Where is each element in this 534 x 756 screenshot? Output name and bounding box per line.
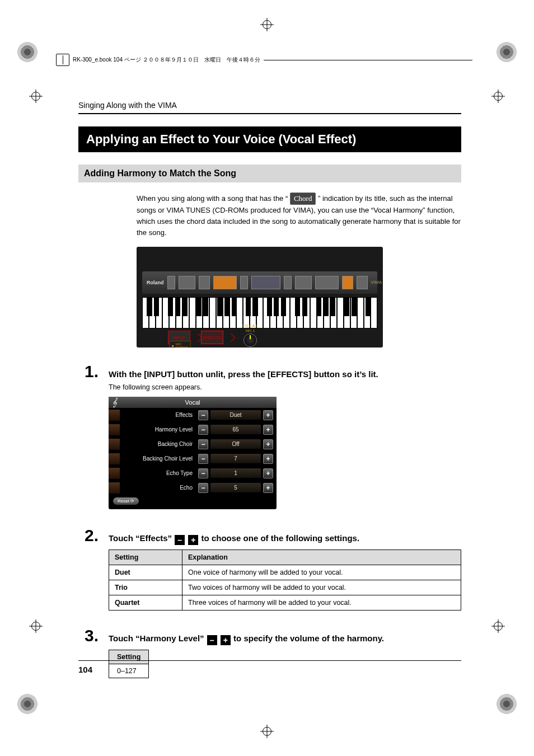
brand-logo: Roland — [147, 280, 164, 285]
step3-text-b: to specify the volume of the harmony. — [233, 633, 384, 643]
screen-setting-row: Backing Choir Level−7+ — [109, 452, 277, 466]
setting-description: One voice of harmony will be added to yo… — [182, 565, 461, 580]
table-row: DuetOne voice of harmony will be added t… — [109, 565, 461, 580]
increment-button[interactable]: + — [263, 425, 273, 435]
setting-name: Quartet — [109, 595, 182, 610]
registration-mark-icon — [29, 90, 43, 103]
screen-row-thumb-icon — [109, 482, 120, 494]
step-number: 1. — [78, 362, 99, 381]
setting-name: Trio — [109, 580, 182, 595]
setting-name: Duet — [109, 565, 182, 580]
registration-mark-icon — [491, 619, 505, 633]
col-explanation-header: Explanation — [182, 550, 461, 565]
step-subtext: The following screen appears. — [109, 383, 461, 391]
screen-row-thumb-icon — [109, 410, 120, 421]
screen-row-value: 7 — [210, 454, 261, 463]
vocal-label: VOCAL — [242, 324, 259, 328]
increment-button[interactable]: + — [263, 454, 273, 464]
plus-icon: + — [221, 635, 231, 645]
section-heading: Adding Harmony to Match the Song — [78, 165, 461, 182]
decrement-button[interactable]: − — [198, 454, 208, 464]
table-row: Setting — [109, 650, 149, 664]
panel-block-icon — [179, 276, 195, 289]
divider — [78, 113, 461, 114]
minus-icon: – — [207, 635, 217, 645]
decrement-button[interactable]: − — [198, 439, 208, 449]
decrement-button[interactable]: − — [198, 468, 208, 478]
screen-row-label: Backing Choir — [122, 441, 196, 447]
registration-mark-icon — [260, 725, 274, 738]
screen-row-thumb-icon — [109, 468, 120, 479]
increment-button[interactable]: + — [263, 483, 273, 493]
step3-text-a: Touch “Harmony Level” — [109, 633, 207, 643]
screen-setting-row: Echo Type−1+ — [109, 466, 277, 481]
registration-mark-icon — [29, 619, 43, 633]
header-rule — [264, 60, 472, 60]
vocal-knob-area: VOCAL MIC 1 MIN MAX — [234, 324, 266, 348]
panel-block-icon — [199, 276, 210, 289]
intro-paragraph: When you sing along with a song that has… — [137, 192, 461, 239]
doc-info: RK-300_e.book 104 ページ ２００８年９月１０日 水曜日 午後４… — [73, 56, 260, 64]
screen-row-value: 1 — [210, 468, 261, 478]
increment-button[interactable]: + — [263, 410, 273, 420]
screen-setting-row: Echo−5+ — [109, 481, 277, 495]
effects-button-icon: EFFECTS — [201, 331, 223, 344]
registration-mark-icon — [260, 18, 274, 31]
step2-text-b: to choose one of the following settings. — [202, 533, 360, 543]
panel-knob-icon — [240, 276, 248, 289]
panel-knob-icon — [167, 276, 175, 289]
effects-settings-table: Setting Explanation DuetOne voice of har… — [109, 550, 461, 611]
screen-row-label: Effects — [122, 412, 196, 418]
screen-row-label: Echo — [122, 485, 196, 491]
screen-row-thumb-icon — [109, 453, 120, 464]
reset-icon: ⟳ — [130, 499, 134, 504]
panel-screen-icon — [251, 276, 280, 289]
panel-block-icon — [315, 276, 339, 289]
harmony-level-table: Setting 0–127 — [109, 650, 149, 678]
running-head: Singing Along with the VIMA — [78, 101, 461, 110]
music-note-icon: 𝄞 — [112, 397, 117, 407]
panel-block-icon — [357, 276, 368, 289]
screen-row-value: Off — [210, 439, 261, 449]
screen-row-value: 5 — [210, 483, 261, 492]
decrement-button[interactable]: − — [198, 410, 208, 420]
keyboard-illustration: Roland VIMA — [137, 247, 383, 348]
chord-badge-icon: Chord — [290, 192, 316, 205]
table-row: 0–127 — [109, 664, 149, 678]
screen-row-value: Duet — [210, 410, 261, 420]
step-1: 1. With the [INPUT] button unlit, press … — [78, 362, 461, 520]
mic-guitar-hint: ■ MIC GUITAR — [169, 341, 191, 348]
screen-row-label: Echo Type — [122, 470, 196, 476]
step-heading: Touch “Harmony Level” – + to specify the… — [109, 633, 461, 645]
panel-block-icon — [284, 276, 292, 289]
table-row: TrioTwo voices of harmony will be added … — [109, 580, 461, 595]
knob-icon — [243, 334, 257, 347]
vocal-settings-screen: 𝄞 Vocal Effects−Duet+Harmony Level−65+Ba… — [109, 397, 277, 509]
increment-button[interactable]: + — [263, 439, 273, 449]
crop-mark-icon — [17, 41, 38, 63]
screen-row-label: Backing Choir Level — [122, 456, 196, 462]
screen-row-thumb-icon — [109, 424, 120, 435]
crop-mark-icon — [17, 693, 38, 715]
reset-button[interactable]: Reset ⟳ — [113, 497, 139, 505]
screen-setting-row: Backing Choir−Off+ — [109, 437, 277, 452]
keyboard-panel: Roland VIMA — [142, 271, 377, 294]
page-number: 104 — [78, 665, 92, 674]
step2-text-a: Touch “Effects” — [109, 533, 174, 543]
screen-row-value: 65 — [210, 425, 261, 434]
screen-setting-row: Harmony Level−65+ — [109, 422, 277, 437]
screen-setting-row: Effects−Duet+ — [109, 408, 277, 422]
screen-title: Vocal — [185, 399, 200, 406]
table-row: Setting Explanation — [109, 550, 461, 565]
increment-button[interactable]: + — [263, 468, 273, 478]
setting-description: Three voices of harmony will be added to… — [182, 595, 461, 610]
vima-logo: VIMA — [371, 280, 382, 285]
crop-mark-icon — [496, 693, 517, 715]
registration-mark-icon — [491, 90, 505, 103]
screen-row-label: Harmony Level — [122, 426, 196, 433]
decrement-button[interactable]: − — [198, 425, 208, 435]
decrement-button[interactable]: − — [198, 483, 208, 493]
page-content: Singing Along with the VIMA Applying an … — [78, 101, 461, 672]
step-number: 3. — [78, 626, 99, 645]
col-setting-header: Setting — [109, 650, 149, 664]
